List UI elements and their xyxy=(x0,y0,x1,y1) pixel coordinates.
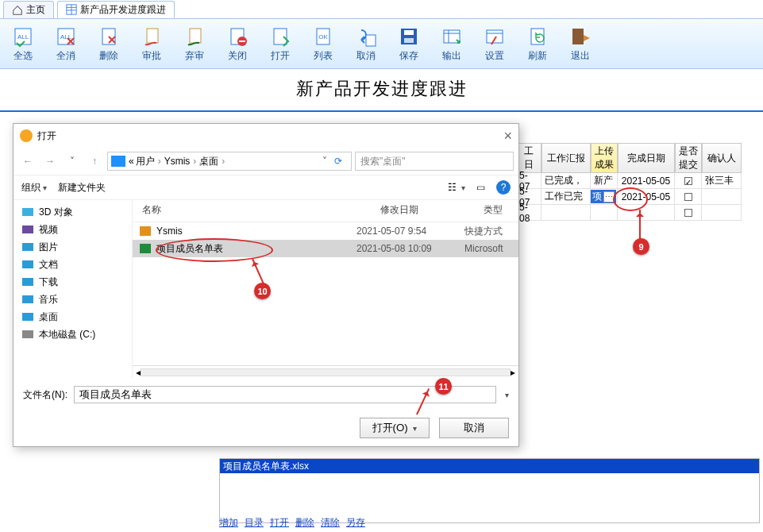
close-icon[interactable]: × xyxy=(503,128,512,145)
nav-back-icon[interactable]: ← xyxy=(18,152,37,171)
nav-label: 音乐 xyxy=(39,293,58,306)
preview-pane: 项目成员名单表.xlsx xyxy=(219,458,760,523)
help-icon[interactable]: ? xyxy=(496,180,511,195)
view-mode-button[interactable]: ☷ ▾ xyxy=(448,182,465,193)
shortcut-icon xyxy=(139,225,152,237)
toolbar-clear-all-button[interactable]: ALL全消 xyxy=(46,22,86,65)
toolbar-label: 保存 xyxy=(399,49,418,63)
breadcrumb[interactable]: « 用户› Ysmis› 桌面› ˅ ⟳ xyxy=(107,152,352,171)
bc-part-2[interactable]: 桌面 xyxy=(199,155,218,168)
col-name[interactable]: 名称 xyxy=(133,200,371,222)
toolbar-label: 全选 xyxy=(13,49,33,63)
action-link[interactable]: 增加 xyxy=(219,516,238,530)
col-report[interactable]: 工作汇报 xyxy=(541,143,591,173)
col-submitted[interactable]: 是否 提交 xyxy=(675,143,702,173)
nav-video[interactable]: 视频 xyxy=(18,221,127,238)
col-date[interactable]: 修改日期 xyxy=(371,200,474,222)
nav-forward-icon[interactable]: → xyxy=(40,152,60,171)
nav-desk[interactable]: 桌面 xyxy=(18,308,127,326)
nav-docs[interactable]: 文档 xyxy=(18,256,127,273)
toolbar-label: 刷新 xyxy=(528,49,547,63)
svg-rect-30 xyxy=(140,226,151,236)
toolbar-select-all-button[interactable]: ALL全选 xyxy=(3,22,43,65)
breadcrumb-refresh-icon[interactable]: ⟳ xyxy=(329,152,348,171)
scroll-right-icon[interactable]: ▸ xyxy=(511,367,515,378)
nav-3d[interactable]: 3D 对象 xyxy=(18,203,127,221)
nav-label: 图片 xyxy=(39,241,58,254)
toolbar-save-button[interactable]: 保存 xyxy=(389,22,429,65)
cancel-icon xyxy=(355,25,377,48)
bc-part-1[interactable]: Ysmis xyxy=(164,156,191,167)
toolbar-label: 打开 xyxy=(271,49,290,63)
search-input[interactable]: 搜索"桌面" xyxy=(355,152,514,171)
checkbox-icon[interactable] xyxy=(684,193,692,201)
nav-music[interactable]: 音乐 xyxy=(18,291,127,308)
upload-cell-selected[interactable]: 项⋯ xyxy=(591,190,616,203)
preview-pane-button[interactable]: ▭ xyxy=(476,182,485,193)
action-link[interactable]: 目录 xyxy=(245,516,264,530)
nav-image[interactable]: 图片 xyxy=(18,238,127,256)
col-type[interactable]: 类型 xyxy=(474,200,512,222)
toolbar-approve-button[interactable]: 审批 xyxy=(132,22,171,65)
table-row[interactable]: 5-07已完成，新产2021-05-05张三丰 xyxy=(516,173,761,189)
toolbar-label: 弃审 xyxy=(185,49,204,63)
settings-icon xyxy=(484,25,506,48)
svg-rect-25 xyxy=(22,260,33,268)
nav-history-icon[interactable]: ˅ xyxy=(63,152,82,171)
image-icon xyxy=(21,241,34,253)
checkbox-icon[interactable] xyxy=(684,177,692,185)
action-link[interactable]: 另存 xyxy=(346,516,365,530)
preview-filename[interactable]: 项目成员名单表.xlsx xyxy=(220,459,759,473)
toolbar-exit-button[interactable]: 退出 xyxy=(561,22,600,65)
desk-icon xyxy=(21,310,34,323)
submitted-cell[interactable] xyxy=(675,205,702,221)
toolbar-list-button[interactable]: OK列表 xyxy=(303,22,343,65)
svg-rect-26 xyxy=(22,278,33,286)
action-link[interactable]: 打开 xyxy=(270,516,289,530)
new-folder-button[interactable]: 新建文件夹 xyxy=(58,181,106,195)
action-link[interactable]: 删除 xyxy=(295,516,314,530)
select-all-icon: ALL xyxy=(12,25,34,48)
toolbar-refresh-button[interactable]: 刷新 xyxy=(518,22,557,65)
toolbar-label: 设置 xyxy=(485,49,504,63)
submitted-cell[interactable] xyxy=(675,189,702,205)
file-row[interactable]: Ysmis2021-05-07 9:54快捷方式 xyxy=(133,222,518,240)
col-upload[interactable]: 上传 成果 xyxy=(591,143,618,173)
cancel-button[interactable]: 取消 xyxy=(439,418,509,438)
nav-up-icon[interactable]: ↑ xyxy=(85,152,104,171)
submitted-cell[interactable] xyxy=(675,173,702,189)
toolbar: ALL全选ALL全消删除审批弃审关闭打开OK列表取消保存输出设置刷新退出 xyxy=(0,19,763,69)
col-confirmer[interactable]: 确认人 xyxy=(702,143,742,173)
bc-part-0[interactable]: 用户 xyxy=(136,155,155,168)
excel-icon xyxy=(139,242,152,255)
col-date[interactable]: 工日 xyxy=(516,143,541,173)
toolbar-export-button[interactable]: 输出 xyxy=(432,22,472,65)
svg-rect-23 xyxy=(22,226,33,233)
filename-history-icon[interactable]: ▾ xyxy=(505,391,509,399)
horizontal-scrollbar[interactable]: ◂ ▸ xyxy=(133,365,518,378)
col-finish-date[interactable]: 完成日期 xyxy=(618,143,675,173)
file-type: Microsoft xyxy=(464,243,512,254)
grid-icon xyxy=(66,4,77,15)
svg-rect-24 xyxy=(22,243,33,251)
action-link[interactable]: 清除 xyxy=(321,516,340,530)
toolbar-close-button[interactable]: 关闭 xyxy=(218,22,257,65)
tab-home[interactable]: 主页 xyxy=(3,1,54,18)
filename-input[interactable] xyxy=(74,386,496,403)
tab-active[interactable]: 新产品开发进度跟进 xyxy=(57,1,175,18)
action-links: 增加目录打开删除清除另存 xyxy=(219,516,365,530)
nav-cdisk[interactable]: 本地磁盘 (C:) xyxy=(18,326,127,343)
open-button[interactable]: 打开(O) ▾ xyxy=(360,418,430,438)
checkbox-icon[interactable] xyxy=(684,209,692,217)
toolbar-abandon-button[interactable]: 弃审 xyxy=(175,22,214,65)
toolbar-settings-button[interactable]: 设置 xyxy=(475,22,514,65)
toolbar-cancel-button[interactable]: 取消 xyxy=(346,22,386,65)
file-date: 2021-05-08 10:09 xyxy=(356,243,460,254)
upload-cell[interactable]: 新产 xyxy=(591,173,618,189)
toolbar-delete-button[interactable]: 删除 xyxy=(89,22,129,65)
upload-cell[interactable] xyxy=(591,205,618,221)
organise-menu[interactable]: 组织▾ xyxy=(21,181,47,195)
nav-label: 3D 对象 xyxy=(39,206,73,219)
nav-dl[interactable]: 下载 xyxy=(18,273,127,291)
toolbar-open-button[interactable]: 打开 xyxy=(260,22,300,65)
